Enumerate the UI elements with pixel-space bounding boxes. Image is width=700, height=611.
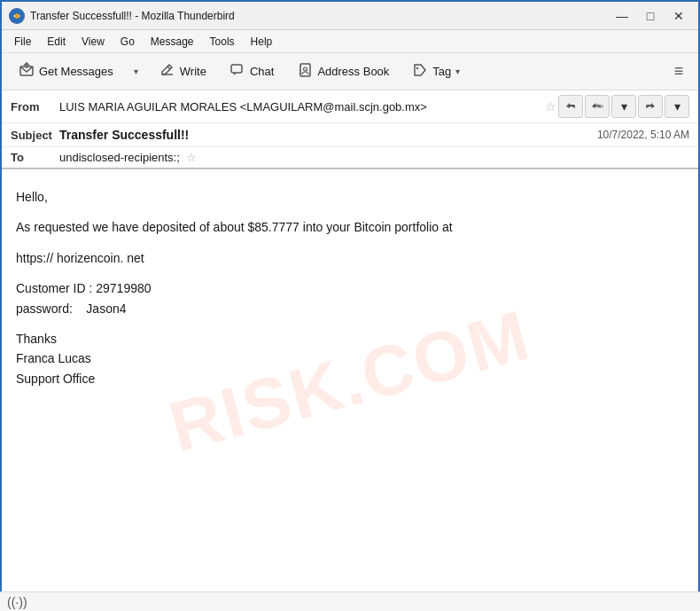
menu-message[interactable]: Message: [144, 34, 201, 50]
body-signature: Thanks Franca Lucas Support Office: [16, 329, 684, 388]
connection-status-icon: ((·)): [7, 595, 27, 609]
maximize-button[interactable]: □: [638, 6, 663, 26]
get-messages-button[interactable]: Get Messages: [9, 58, 123, 86]
close-button[interactable]: ✕: [666, 6, 691, 26]
write-button[interactable]: Write: [150, 58, 216, 86]
hamburger-menu[interactable]: ≡: [666, 59, 691, 84]
svg-line-4: [167, 67, 170, 69]
status-bar: ((·)): [0, 591, 700, 611]
body-main: As requested we have deposited of about …: [16, 217, 684, 237]
from-row: From LUIS MARIA AGUILAR MORALES <LMAGUIL…: [2, 90, 698, 123]
get-messages-icon: [19, 62, 35, 82]
header-actions: ☆ ▾ ▾: [545, 95, 689, 118]
recipient-star-icon[interactable]: ☆: [186, 151, 197, 164]
reply-button[interactable]: [558, 95, 583, 118]
tag-button[interactable]: Tag ▾: [402, 58, 470, 86]
chat-icon: [229, 62, 245, 82]
email-body: RISK.COM Hello, As requested we have dep…: [2, 169, 698, 593]
subject-row: Subject Transfer Successfull!! 10/7/2022…: [2, 123, 698, 147]
menu-view[interactable]: View: [74, 34, 112, 50]
reply-all-button[interactable]: [585, 95, 610, 118]
write-label: Write: [180, 65, 206, 78]
chat-button[interactable]: Chat: [220, 58, 284, 86]
to-row: To undisclosed-recipients:; ☆: [2, 147, 698, 168]
address-book-button[interactable]: Address Book: [287, 58, 399, 86]
chat-label: Chat: [250, 65, 274, 78]
subject-label: Subject: [11, 129, 59, 142]
star-icon[interactable]: ☆: [545, 99, 556, 114]
svg-point-1: [15, 13, 19, 18]
to-label: To: [11, 151, 59, 164]
window-controls: — □ ✕: [610, 6, 691, 26]
address-book-label: Address Book: [317, 65, 389, 78]
body-credentials: Customer ID : 29719980 password: Jason4: [16, 278, 684, 318]
email-header: From LUIS MARIA AGUILAR MORALES <LMAGUIL…: [2, 90, 698, 169]
email-date: 10/7/2022, 5:10 AM: [597, 129, 689, 141]
to-value: undisclosed-recipients:; ☆: [59, 151, 197, 164]
menu-help[interactable]: Help: [244, 34, 280, 50]
write-icon: [159, 62, 175, 82]
window-title: Transfer Successfull!! - Mozilla Thunder…: [30, 10, 610, 22]
get-messages-dropdown[interactable]: ▾: [127, 59, 146, 84]
toolbar: Get Messages ▾ Write Chat Address Book T…: [2, 53, 698, 90]
svg-rect-6: [231, 65, 242, 73]
tag-label: Tag: [432, 65, 451, 78]
forward-button[interactable]: [638, 95, 663, 118]
tag-icon: [412, 62, 428, 82]
dropdown-button[interactable]: ▾: [611, 95, 636, 118]
to-recipients: undisclosed-recipients:;: [59, 151, 180, 164]
svg-point-12: [416, 67, 418, 68]
body-url: https:// horizencoin. net: [16, 248, 684, 268]
menu-bar: File Edit View Go Message Tools Help: [2, 30, 698, 53]
more-actions-button[interactable]: ▾: [665, 95, 689, 118]
svg-point-11: [304, 67, 307, 71]
menu-file[interactable]: File: [7, 34, 38, 50]
menu-go[interactable]: Go: [113, 34, 142, 50]
get-messages-label: Get Messages: [39, 65, 113, 78]
tag-dropdown-icon: ▾: [455, 67, 460, 76]
body-greeting: Hello,: [16, 187, 684, 207]
app-icon: [9, 8, 25, 24]
minimize-button[interactable]: —: [610, 6, 634, 26]
menu-edit[interactable]: Edit: [40, 34, 73, 50]
subject-value: Transfer Successfull!!: [59, 128, 597, 142]
from-value: LUIS MARIA AGUILAR MORALES <LMAGUILARM@m…: [59, 100, 545, 114]
title-bar: Transfer Successfull!! - Mozilla Thunder…: [2, 2, 698, 30]
menu-tools[interactable]: Tools: [203, 34, 242, 50]
address-book-icon: [297, 62, 313, 82]
email-body-content: Hello, As requested we have deposited of…: [16, 187, 684, 388]
from-label: From: [11, 100, 59, 114]
